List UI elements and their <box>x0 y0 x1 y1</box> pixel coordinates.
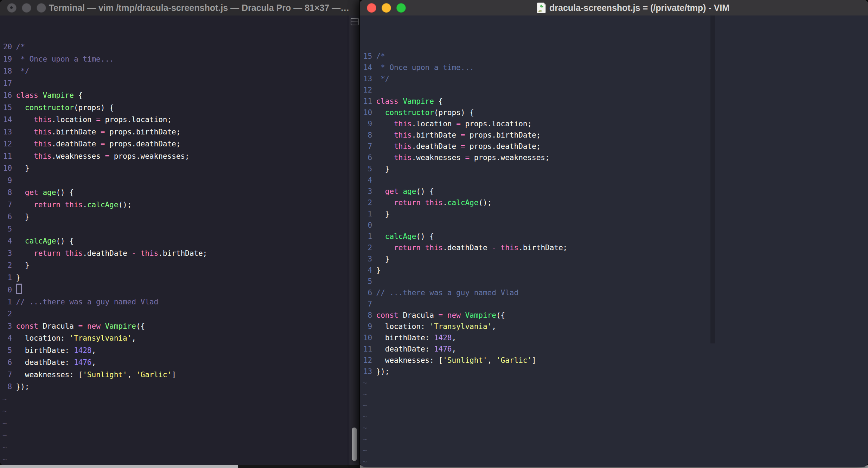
line-number: 2 <box>2 259 12 272</box>
line-number: 6 <box>363 287 372 298</box>
line-number: 14 <box>363 62 372 73</box>
code-row: 8}); <box>2 381 359 393</box>
code-row: 16class Vampire { <box>2 89 359 102</box>
js-file-icon: JS <box>537 2 546 13</box>
line-number: 10 <box>2 162 12 175</box>
code-row: 13 this.birthDate = props.birthDate; <box>2 126 359 138</box>
code-row: 10 } <box>2 162 359 175</box>
zoom-button-icon[interactable] <box>396 3 406 13</box>
window-title: dracula-screenshot.js = (/private/tmp) -… <box>549 3 729 13</box>
scrollbar-thumb[interactable] <box>352 428 357 461</box>
terminal-window: Terminal — vim /tmp/dracula-screenshot.j… <box>0 0 359 465</box>
code-row: 9 location: 'Transylvania', <box>363 321 868 332</box>
terminal-titlebar[interactable]: Terminal — vim /tmp/dracula-screenshot.j… <box>0 0 359 16</box>
line-number: 1 <box>363 231 372 242</box>
code-row: 1// ...there was a guy named Vlad <box>2 296 359 308</box>
code-row: 8 get age() { <box>2 186 359 199</box>
tilde-row: ~ <box>2 442 359 454</box>
line-number: 11 <box>363 343 372 355</box>
line-number: 7 <box>363 141 372 152</box>
tilde-row: ~ <box>363 400 868 411</box>
code-row: 4} <box>363 265 868 276</box>
line-number: 8 <box>2 381 12 393</box>
traffic-lights <box>7 3 46 13</box>
line-number: 3 <box>2 320 12 333</box>
code-row: 14 * Once upon a time... <box>363 62 868 73</box>
code-row: 12 <box>363 84 868 96</box>
line-number: 0 <box>2 284 12 296</box>
line-number: 7 <box>2 199 12 211</box>
tilde-row: ~ <box>363 388 868 400</box>
terminal-content[interactable]: 20/*19 * Once upon a time...18 */1716cla… <box>0 15 359 465</box>
scrollbar-track[interactable] <box>350 15 359 465</box>
tilde-row: ~ <box>2 393 359 405</box>
line-number: 15 <box>2 102 12 114</box>
line-number: 13 <box>363 366 372 377</box>
line-number: 16 <box>2 89 12 102</box>
line-number: 2 <box>2 308 12 320</box>
code-row: 15/* <box>363 51 868 62</box>
line-number: 5 <box>363 163 372 175</box>
line-number: 4 <box>363 175 372 186</box>
code-row: 12 weaknesses: ['Sunlight', 'Garlic'] <box>363 355 868 366</box>
line-number: 8 <box>363 129 372 141</box>
line-number: 7 <box>2 369 12 381</box>
zoom-button-icon[interactable] <box>37 3 46 13</box>
code-row: 19 * Once upon a time... <box>2 53 359 65</box>
tilde-row: ~ <box>363 422 868 434</box>
tilde-row: ~ <box>363 377 868 388</box>
line-number: 19 <box>2 53 12 65</box>
close-button-icon[interactable] <box>367 3 376 13</box>
macvim-titlebar[interactable]: JS dracula-screenshot.js = (/private/tmp… <box>360 0 868 16</box>
code-row: 5 <box>2 223 359 235</box>
code-row: 3 } <box>363 253 868 265</box>
code-row: 10 constructor(props) { <box>363 107 868 118</box>
line-number: 3 <box>363 253 372 265</box>
line-number: 7 <box>363 298 372 310</box>
code-row: 6// ...there was a guy named Vlad <box>363 287 868 298</box>
code-row: 8 this.birthDate = props.birthDate; <box>363 129 868 141</box>
tilde-row: ~ <box>2 405 359 417</box>
code-row: 5 } <box>363 163 868 175</box>
line-number: 1 <box>363 208 372 220</box>
line-number: 11 <box>2 150 12 163</box>
line-number: 13 <box>2 126 12 138</box>
minimize-button-icon[interactable] <box>22 3 31 13</box>
split-pane-icon[interactable] <box>351 18 359 25</box>
line-number: 6 <box>2 356 12 369</box>
line-number: 9 <box>2 175 12 187</box>
line-number: 8 <box>363 310 372 321</box>
code-row: 1 } <box>363 208 868 220</box>
line-number: 6 <box>363 152 372 163</box>
code-row: 3 get age() { <box>363 186 868 197</box>
minimize-button-icon[interactable] <box>382 3 391 13</box>
line-number: 12 <box>363 355 372 366</box>
code-row: 12 this.deathDate = props.deathDate; <box>2 138 359 150</box>
tilde-row: ~ <box>363 411 868 422</box>
code-row: 17 <box>2 77 359 90</box>
code-row: 13}); <box>363 366 868 377</box>
line-number: 2 <box>363 197 372 208</box>
code-row: 2 return this.calcAge(); <box>363 197 868 208</box>
traffic-lights <box>367 3 406 13</box>
code-row: 6 this.weaknesses = props.weaknesses; <box>363 152 868 163</box>
code-row: 15 constructor(props) { <box>2 102 359 114</box>
tilde-row: ~ <box>2 417 359 430</box>
code-row: 6 deathDate: 1476, <box>2 356 359 369</box>
line-number: 18 <box>2 65 12 77</box>
code-row: 9 <box>2 175 359 187</box>
code-row: 7 weaknesses: ['Sunlight', 'Garlic'] <box>2 369 359 381</box>
line-number: 17 <box>2 77 12 90</box>
line-number: 13 <box>363 73 372 84</box>
tilde-row: ~ <box>363 434 868 445</box>
line-number: 15 <box>363 51 372 62</box>
editor-content[interactable]: 15/*14 * Once upon a time...13 */1211cla… <box>360 15 868 467</box>
line-number: 4 <box>363 265 372 276</box>
code-row: 2 return this.deathDate - this.birthDate… <box>363 242 868 253</box>
code-row: 4 calcAge() { <box>2 235 359 247</box>
line-number: 0 <box>363 220 372 231</box>
close-button-icon[interactable] <box>7 3 17 13</box>
tilde-row: ~ <box>363 445 868 456</box>
code-row: 10 birthDate: 1428, <box>363 332 868 343</box>
code-row: 14 this.location = props.location; <box>2 114 359 126</box>
